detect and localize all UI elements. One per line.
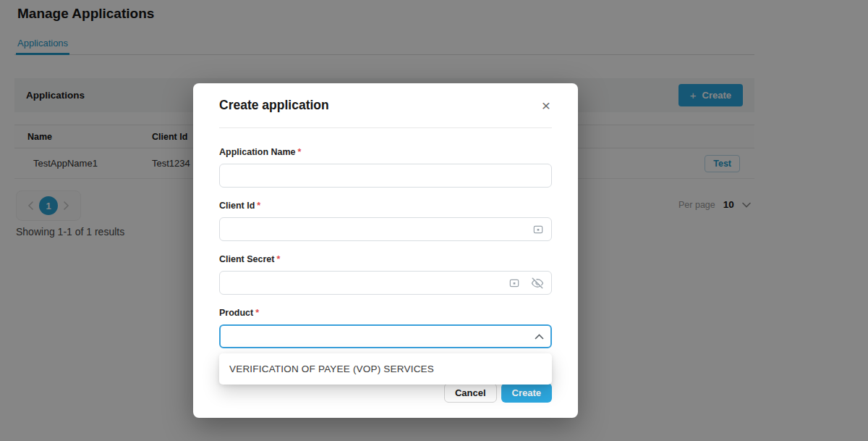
modal-header: Create application × xyxy=(219,83,552,128)
required-asterisk: * xyxy=(255,308,259,318)
required-asterisk: * xyxy=(298,147,302,157)
required-asterisk: * xyxy=(276,254,280,264)
client-id-input[interactable] xyxy=(219,217,552,241)
client-id-input-wrap xyxy=(219,217,552,241)
modal-title: Create application xyxy=(219,98,329,113)
chevron-up-icon[interactable] xyxy=(535,333,544,340)
client-secret-input[interactable] xyxy=(219,271,552,295)
application-name-field: Application Name* xyxy=(219,147,552,188)
application-name-input-wrap xyxy=(219,164,552,188)
application-name-label: Application Name* xyxy=(219,147,552,157)
client-id-label: Client Id* xyxy=(219,201,552,211)
required-asterisk: * xyxy=(257,201,260,211)
product-select[interactable] xyxy=(219,324,552,348)
client-id-field: Client Id* xyxy=(219,201,552,241)
modal-footer: Cancel Create xyxy=(444,383,552,403)
close-icon: × xyxy=(542,97,550,114)
create-application-modal: Create application × Application Name* C… xyxy=(193,83,578,418)
modal-create-button[interactable]: Create xyxy=(501,383,552,403)
modal-close-button[interactable]: × xyxy=(540,96,552,114)
client-secret-label: Client Secret* xyxy=(219,254,552,264)
product-select-wrap xyxy=(219,324,552,348)
product-field: Product* xyxy=(219,308,552,348)
autofill-icon[interactable] xyxy=(532,224,544,235)
client-secret-field: Client Secret* xyxy=(219,254,552,295)
client-secret-input-wrap xyxy=(219,271,552,295)
product-dropdown-panel: VERIFICATION OF PAYEE (VOP) SERVICES xyxy=(219,353,552,385)
product-label: Product* xyxy=(219,308,552,318)
autofill-icon[interactable] xyxy=(509,277,520,289)
cancel-button[interactable]: Cancel xyxy=(444,383,497,403)
application-name-input[interactable] xyxy=(219,164,552,188)
product-option-vop-services[interactable]: VERIFICATION OF PAYEE (VOP) SERVICES xyxy=(229,364,434,374)
eye-off-icon[interactable] xyxy=(531,277,544,290)
